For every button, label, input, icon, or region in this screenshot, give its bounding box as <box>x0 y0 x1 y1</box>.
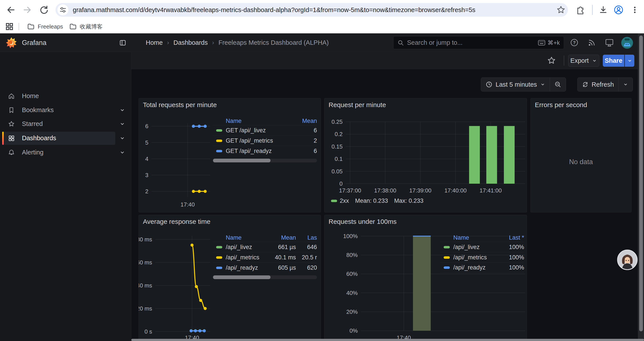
legend-scrollbar[interactable] <box>212 275 317 279</box>
chevron-down-icon[interactable] <box>119 107 126 113</box>
no-data-message: No data <box>531 158 631 166</box>
legend-row[interactable]: GET /api/_livez 6 <box>212 125 317 135</box>
bookmark-star-icon[interactable] <box>554 5 568 15</box>
series-color-pill <box>216 246 222 248</box>
sidebar-item-bookmarks[interactable]: Bookmarks <box>0 103 131 117</box>
extensions-icon[interactable] <box>574 5 585 15</box>
series-color-pill <box>216 256 222 259</box>
monitor-icon[interactable] <box>604 38 614 48</box>
legend-row[interactable]: /api/_metrics 40.1 ms 20.5 r <box>212 252 317 262</box>
legend-row[interactable]: /api/_metrics 100% <box>440 252 524 262</box>
browser-menu-icon[interactable] <box>630 5 640 15</box>
zoom-out-button[interactable] <box>550 78 566 91</box>
series-name[interactable]: /api/_metrics <box>453 254 498 261</box>
export-label: Export <box>570 57 589 64</box>
bookmark-folder-freeleaps[interactable]: Freeleaps <box>24 22 67 32</box>
favorite-star-icon[interactable] <box>547 56 556 66</box>
breadcrumb-current: Freeleaps Metrics Dashboard (ALPHA) <box>218 39 329 46</box>
series-name[interactable]: GET /api/_metrics <box>226 137 293 144</box>
svg-text:17:41:00: 17:41:00 <box>480 187 502 194</box>
zoom-out-icon <box>554 81 561 88</box>
url-bar[interactable] <box>56 3 568 17</box>
vertical-scrollbar-thumb[interactable] <box>639 36 643 331</box>
legend-col-name[interactable]: Name <box>226 118 293 124</box>
series-name[interactable]: GET /api/_readyz <box>226 148 293 154</box>
actions-divider <box>564 56 564 66</box>
legend-row[interactable]: GET /api/_metrics 2 <box>212 135 317 146</box>
panel-errors-per-second[interactable]: Errors per second No data <box>530 98 632 212</box>
legend-col-mean[interactable]: Mean <box>270 234 296 241</box>
sidebar-item-home[interactable]: Home <box>0 89 131 103</box>
back-icon[interactable] <box>6 5 16 15</box>
legend-scrollbar[interactable] <box>212 159 317 162</box>
legend[interactable]: 2xx Mean: 0.233 Max: 0.233 <box>331 197 424 204</box>
legend-col-mean[interactable]: Mean <box>293 118 317 124</box>
svg-text:0.05: 0.05 <box>332 168 342 175</box>
chevron-down-icon[interactable] <box>119 135 126 141</box>
panel-total-requests[interactable]: Total requests per minute 6543217:40 Nam… <box>138 98 321 212</box>
series-mean: 605 µs <box>270 264 296 271</box>
collapse-sidebar-icon[interactable] <box>119 39 126 47</box>
series-mean: 661 µs <box>270 244 296 251</box>
svg-text:17:37:00: 17:37:00 <box>339 187 361 194</box>
legend-col-last[interactable]: Last * <box>498 234 524 241</box>
series-name[interactable]: /api/_readyz <box>453 264 498 271</box>
legend-row[interactable]: /api/_livez 661 µs 646 <box>212 242 317 252</box>
search-input[interactable] <box>407 39 538 46</box>
reload-icon[interactable] <box>38 5 49 15</box>
downloads-icon[interactable] <box>598 5 608 15</box>
panel-avg-response-time[interactable]: Average response time 80 ms60 ms40 ms20 … <box>138 215 321 341</box>
refresh-label: Refresh <box>592 81 614 88</box>
series-mean: 6 <box>293 148 317 154</box>
refresh-interval-button[interactable] <box>618 78 632 91</box>
chevron-down-icon[interactable] <box>119 149 126 156</box>
legend-row[interactable]: GET /api/_readyz 6 <box>212 146 317 156</box>
svg-text:0.2: 0.2 <box>335 131 342 137</box>
breadcrumb-dashboards[interactable]: Dashboards <box>174 39 208 46</box>
help-icon[interactable]: ? <box>569 38 579 48</box>
sidebar-item-label: Home <box>22 92 39 100</box>
forward-icon[interactable] <box>22 5 32 15</box>
bookmark-folder-blogs[interactable]: 收藏博客 <box>66 22 106 32</box>
series-name[interactable]: /api/_livez <box>453 244 498 251</box>
search-box[interactable]: ⌘+k <box>393 36 564 49</box>
floating-avatar[interactable] <box>617 249 638 270</box>
share-button[interactable]: Share <box>603 55 624 67</box>
series-name[interactable]: /api/_metrics <box>226 254 270 261</box>
share-menu-button[interactable] <box>625 55 634 67</box>
export-button[interactable]: Export <box>568 55 599 67</box>
legend-row[interactable]: /api/_readyz 100% <box>440 262 524 273</box>
news-rss-icon[interactable] <box>587 38 597 48</box>
sidebar-item-starred[interactable]: Starred <box>0 117 131 131</box>
request-per-minute-chart[interactable]: 0.250.20.150.10.05017:37:0017:38:0017:39… <box>324 98 527 213</box>
refresh-button[interactable]: Refresh <box>578 78 618 91</box>
series-mean: 2 <box>293 137 317 144</box>
user-avatar[interactable] <box>621 37 633 49</box>
browser-profile-icon[interactable] <box>613 5 624 15</box>
legend-row[interactable]: /api/_readyz 605 µs 620 <box>212 262 317 273</box>
series-name[interactable]: GET /api/_livez <box>226 127 293 134</box>
series-name[interactable]: /api/_readyz <box>226 264 270 271</box>
refresh-controls: Refresh <box>577 78 633 92</box>
sidebar-item-alerting[interactable]: Alerting <box>0 146 131 159</box>
panel-title[interactable]: Errors per second <box>535 101 587 109</box>
legend-col-name[interactable]: Name <box>453 234 498 241</box>
site-settings-icon[interactable] <box>58 5 68 15</box>
time-range-picker[interactable]: Last 5 minutes <box>481 78 550 91</box>
bookmark-folder-label: Freeleaps <box>38 23 63 30</box>
horizontal-scrollbar[interactable] <box>131 339 644 341</box>
grafana-logo-icon[interactable] <box>6 37 17 49</box>
sidebar-item-dashboards[interactable]: Dashboards <box>0 131 131 145</box>
panel-requests-under-100ms[interactable]: Requests under 100ms 100%80%60%40%20%0%1… <box>324 215 527 341</box>
svg-text:3: 3 <box>145 172 148 178</box>
series-name[interactable]: /api/_livez <box>226 244 270 251</box>
legend-col-name[interactable]: Name <box>226 234 270 241</box>
breadcrumb-home[interactable]: Home <box>146 39 163 46</box>
chevron-down-icon[interactable] <box>119 121 126 127</box>
panel-request-per-minute[interactable]: Request per minute 0.250.20.150.10.05017… <box>324 98 527 212</box>
legend-row[interactable]: /api/_livez 100% <box>440 242 524 252</box>
legend-col-last[interactable]: Las <box>296 234 317 241</box>
url-input[interactable] <box>73 6 554 14</box>
apps-grid-icon[interactable] <box>5 22 14 31</box>
series-name[interactable]: 2xx <box>340 197 349 204</box>
